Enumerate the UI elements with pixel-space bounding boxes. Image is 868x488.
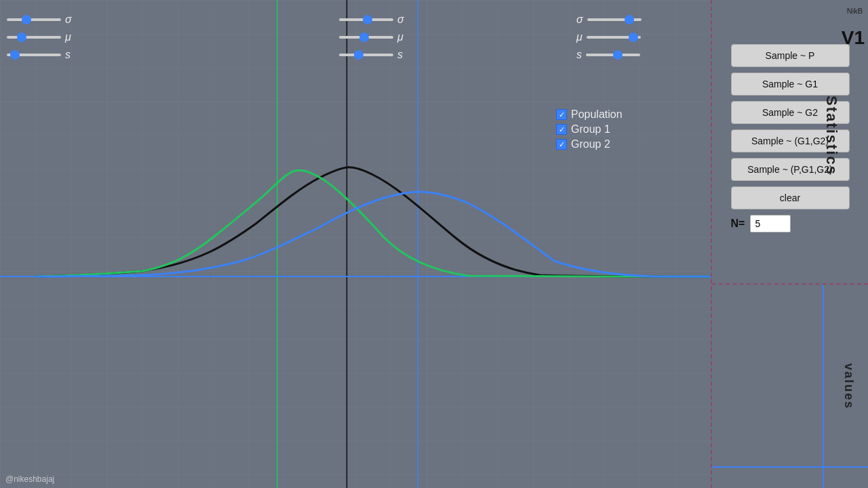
mid-mu-thumb[interactable] (359, 33, 369, 42)
left-s-row: s (7, 49, 72, 61)
sample-p-button[interactable]: Sample ~ P (731, 44, 850, 67)
n-input[interactable] (750, 215, 791, 232)
n-row: N= (731, 215, 850, 232)
right-s-label: s (576, 49, 582, 61)
chart-area: σ μ s σ (0, 0, 712, 488)
right-s-thumb[interactable] (613, 50, 623, 60)
right-sigma-label: σ (576, 14, 583, 26)
right-sliders-group: σ μ s (576, 14, 646, 66)
left-sliders-group: σ μ s (7, 14, 72, 66)
right-panel: NikB V1 Sample ~ P Sample ~ G1 Sample ~ … (712, 0, 868, 488)
legend-group1-label: Group 1 (571, 123, 610, 136)
statistics-label: Statistics (823, 96, 840, 176)
left-mu-row: μ (7, 31, 72, 43)
left-mu-track[interactable] (7, 36, 61, 39)
left-mu-thumb[interactable] (17, 33, 26, 42)
v1-label: V1 (842, 27, 865, 49)
left-s-track[interactable] (7, 54, 61, 56)
clear-button[interactable]: clear (731, 186, 850, 209)
right-mu-thumb[interactable] (629, 33, 638, 42)
mid-s-label: s (397, 49, 403, 61)
mid-s-row: s (339, 49, 404, 61)
right-panel-top: NikB V1 Sample ~ P Sample ~ G1 Sample ~ … (712, 0, 868, 285)
left-sigma-label: σ (65, 14, 72, 26)
mid-mu-track[interactable] (339, 36, 393, 39)
svg-rect-0 (0, 0, 711, 488)
chart-svg (0, 0, 711, 488)
values-label: values (841, 363, 855, 409)
mid-s-track[interactable] (339, 54, 393, 56)
legend: ✓ Population ✓ Group 1 ✓ Group 2 (556, 108, 623, 150)
mid-sigma-row: σ (339, 14, 404, 26)
watermark: @nikeshbajaj (5, 474, 54, 484)
right-s-row: s (576, 49, 646, 61)
left-s-label: s (65, 49, 71, 61)
legend-group2-label: Group 2 (571, 138, 610, 150)
left-mu-label: μ (65, 31, 71, 43)
right-mu-track[interactable] (587, 36, 641, 39)
mid-mu-row: μ (339, 31, 404, 43)
left-sigma-thumb[interactable] (22, 15, 31, 24)
legend-group1-check[interactable]: ✓ (556, 124, 567, 135)
right-mu-label: μ (576, 31, 583, 43)
legend-group1[interactable]: ✓ Group 1 (556, 123, 623, 136)
mid-mu-label: μ (397, 31, 403, 43)
right-panel-bottom: values (712, 285, 868, 488)
left-sigma-row: σ (7, 14, 72, 26)
legend-population[interactable]: ✓ Population (556, 108, 623, 121)
nikb-label: NikB (847, 7, 863, 15)
legend-population-check[interactable]: ✓ (556, 109, 567, 120)
legend-group2[interactable]: ✓ Group 2 (556, 138, 623, 150)
n-label: N= (731, 218, 745, 230)
legend-population-label: Population (571, 108, 623, 121)
left-sigma-track[interactable] (7, 18, 61, 21)
mid-sliders-group: σ μ s (339, 14, 404, 66)
blue-horizontal-line-bottom (712, 466, 868, 468)
blue-vertical-line-bottom (823, 285, 824, 488)
mid-sigma-label: σ (397, 14, 404, 26)
right-s-track[interactable] (586, 54, 640, 56)
sample-g1-button[interactable]: Sample ~ G1 (731, 73, 850, 96)
right-sigma-row: σ (576, 14, 646, 26)
right-sigma-thumb[interactable] (625, 15, 634, 24)
left-s-thumb[interactable] (10, 50, 20, 60)
legend-group2-check[interactable]: ✓ (556, 139, 567, 150)
mid-sigma-track[interactable] (339, 18, 393, 21)
right-mu-row: μ (576, 31, 646, 43)
mid-s-thumb[interactable] (354, 50, 363, 60)
mid-sigma-thumb[interactable] (363, 15, 372, 24)
right-sigma-track[interactable] (587, 18, 642, 21)
